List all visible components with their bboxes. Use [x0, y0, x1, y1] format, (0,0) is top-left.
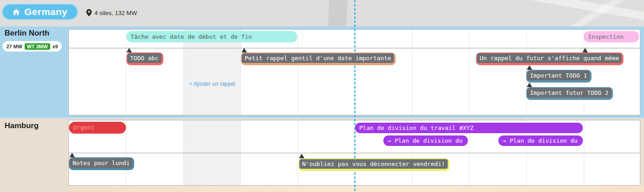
task-bar-plan-division-continuation[interactable]: → Plan de division du [383, 135, 468, 146]
task-bar-inspection[interactable]: Inspection [584, 31, 639, 42]
site-name-berlin-north[interactable]: Berlin North [5, 29, 49, 38]
grid-column-line [126, 30, 126, 115]
region-button-label: Germany [24, 6, 68, 17]
sites-summary-text: 4 sites, 132 MW [94, 10, 137, 16]
reminder-label: Petit rappel gentil d'une date important… [242, 53, 394, 63]
reminder-todo-abc[interactable]: TODO abc [126, 52, 163, 65]
reminder-important-futur-todo-2[interactable]: Important futur TODO 2 [526, 87, 613, 100]
reminder-notes-lundi[interactable]: Notes pour lundi [69, 157, 134, 170]
site-name-hamburg[interactable]: Hamburg [5, 121, 39, 130]
turbine-count: x9 [52, 44, 58, 49]
reminder-date-marker [582, 48, 588, 52]
wind-farm-timeline-screen: Germany 4 sites, 132 MW Berlin North 27 … [0, 0, 644, 192]
reminder-label: Important TODO 1 [527, 71, 590, 80]
home-icon [12, 8, 20, 16]
task-bar-plan-division-xyz[interactable]: Plan de division du travail #XYZ [355, 123, 583, 133]
grid-column-line [183, 30, 184, 115]
reminder-date-marker [527, 65, 532, 70]
task-bar-plan-division-continuation[interactable]: → Plan de division du [498, 135, 583, 146]
reminder-label: TODO abc [127, 53, 162, 63]
reminder-date-marker [241, 48, 247, 52]
add-reminder-link[interactable]: + Ajouter un rappel [183, 81, 241, 87]
location-pin-icon [86, 9, 92, 16]
turbine-blade-watermark [466, 0, 644, 22]
site-capacity: 27 MW [6, 44, 22, 49]
grid-column-line [355, 30, 356, 115]
reminder-label: Notes pour lundi [70, 158, 132, 168]
reminder-date-marker [299, 154, 304, 158]
site-capacity-pill: 27 MW WT 3MW x9 [3, 41, 62, 52]
grid-column-line [298, 30, 298, 115]
reminder-important-todo-1[interactable]: Important TODO 1 [526, 70, 592, 83]
reminder-date-marker [126, 48, 132, 52]
reminder-label: Important futur TODO 2 [527, 88, 611, 98]
grid-column-line [241, 30, 241, 115]
turbine-model-badge: WT 3MW [25, 43, 50, 50]
highlighted-day-column[interactable] [183, 30, 241, 115]
region-home-button[interactable]: Germany [2, 4, 78, 20]
grid-column-line [412, 30, 413, 115]
reminder-label: N'oubliez pas vous déconnecter vendredi! [299, 159, 448, 169]
turbine-pole-watermark [328, 0, 347, 26]
grid-column-line [469, 30, 470, 115]
reminder-petit-rappel[interactable]: Petit rappel gentil d'une date important… [241, 52, 396, 65]
reminder-date-marker [69, 153, 75, 157]
reminder-rappel-futur[interactable]: Un rappel du futur s'affiche quand même [476, 52, 623, 65]
bottom-background-strip [69, 186, 644, 192]
reminder-deconnecter-vendredi[interactable]: N'oubliez pas vous déconnecter vendredi! [298, 158, 450, 171]
reminder-label: Un rappel du futur s'affiche quand même [477, 53, 622, 63]
task-bar-urgent[interactable]: Urgent [69, 122, 126, 134]
reminder-date-marker [527, 83, 532, 87]
sites-summary: 4 sites, 132 MW [86, 9, 137, 16]
subrow-separator [69, 153, 640, 153]
task-bar-tache-debut-fin[interactable]: Tâche avec date de début et de fin [126, 31, 297, 42]
subrow-separator [69, 48, 640, 48]
